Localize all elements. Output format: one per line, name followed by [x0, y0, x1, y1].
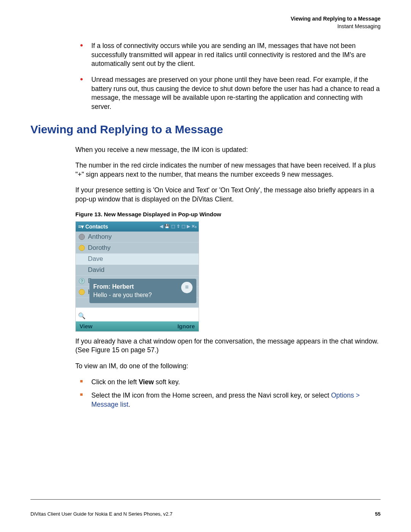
phone-topbar: ≡▾ Contacts ◀ 💾 ⬚ ⇧ ⬚ ▶ ✕₀ [76, 222, 199, 232]
up-icon: ⇧ [177, 224, 180, 229]
page-header: Viewing and Replying to a Message Instan… [30, 15, 381, 30]
popup-from: From: Herbert [93, 283, 178, 291]
footer-divider [30, 499, 381, 500]
contact-row: Anthony [76, 232, 199, 243]
contact-row: Dorothy [76, 243, 199, 254]
header-subtitle: Instant Messaging [30, 23, 381, 30]
paragraph: If your presence setting is 'On Voice an… [75, 186, 381, 204]
page-number: 55 [375, 511, 381, 517]
softkey-view[interactable]: View [80, 323, 92, 329]
menu-icon: ≡▾ [78, 224, 84, 230]
contact-name: Anthony [88, 233, 112, 241]
list-item: Click on the left View soft key. [80, 378, 381, 387]
list-item: Select the IM icon from the Home screen,… [80, 391, 381, 409]
phone-screenshot: ≡▾ Contacts ◀ 💾 ⬚ ⇧ ⬚ ▶ ✕₀ Anthony Dorot… [75, 221, 199, 332]
options-link: Options [331, 391, 354, 399]
list-item: Unread messages are preserved on your ph… [80, 75, 381, 112]
intro-bullet-list: If a loss of connectivity occurs while y… [80, 42, 381, 111]
softkey-ignore[interactable]: Ignore [177, 323, 195, 329]
topbar-title: Contacts [85, 224, 108, 230]
contact-name: Dave [88, 255, 103, 263]
paragraph: When you receive a new message, the IM i… [75, 145, 381, 155]
section-heading: Viewing and Replying to a Message [30, 123, 381, 136]
paragraph: If you already have a chat window open f… [75, 337, 381, 355]
status-offline-icon [79, 234, 85, 240]
header-title: Viewing and Replying to a Message [30, 15, 381, 23]
arrow-right-icon: ▶ [187, 224, 190, 229]
search-icon: 🔍 [77, 312, 86, 321]
contact-row: David [76, 265, 199, 276]
chat-bubble-icon: ≡ [181, 282, 193, 293]
arrow-left-icon: ◀ [160, 224, 163, 229]
close-icon: ✕₀ [191, 224, 196, 229]
action-list: Click on the left View soft key. Select … [80, 378, 381, 409]
icon: ⬚ [182, 224, 185, 229]
contact-name: David [88, 266, 104, 274]
paragraph: To view an IM, do one of the following: [75, 362, 381, 371]
contact-row-selected: Dave [76, 254, 199, 265]
list-item: If a loss of connectivity occurs while y… [80, 42, 381, 69]
save-icon: 💾 [164, 224, 170, 229]
topbar-icons: ◀ 💾 ⬚ ⇧ ⬚ ▶ ✕₀ [160, 224, 196, 229]
popup-message: From: Herbert Hello - are you there? ≡ [89, 279, 196, 304]
footer-doc-title: DiVitas Client User Guide for Nokia E an… [30, 511, 172, 517]
popup-body: Hello - are you there? [93, 291, 178, 299]
icon: ⬚ [171, 224, 175, 229]
softkey-bar: View Ignore [76, 321, 199, 331]
paragraph: The number in the red circle indicates t… [75, 161, 381, 179]
status-away-icon [79, 289, 85, 295]
status-unknown-icon: ? [79, 278, 85, 284]
status-away-icon [79, 245, 85, 251]
figure-caption: Figure 13. New Message Displayed in Pop-… [75, 211, 381, 217]
contact-name: Dorothy [88, 244, 111, 252]
message-list-link: Message list [91, 401, 128, 408]
page-footer: DiVitas Client User Guide for Nokia E an… [30, 511, 381, 517]
